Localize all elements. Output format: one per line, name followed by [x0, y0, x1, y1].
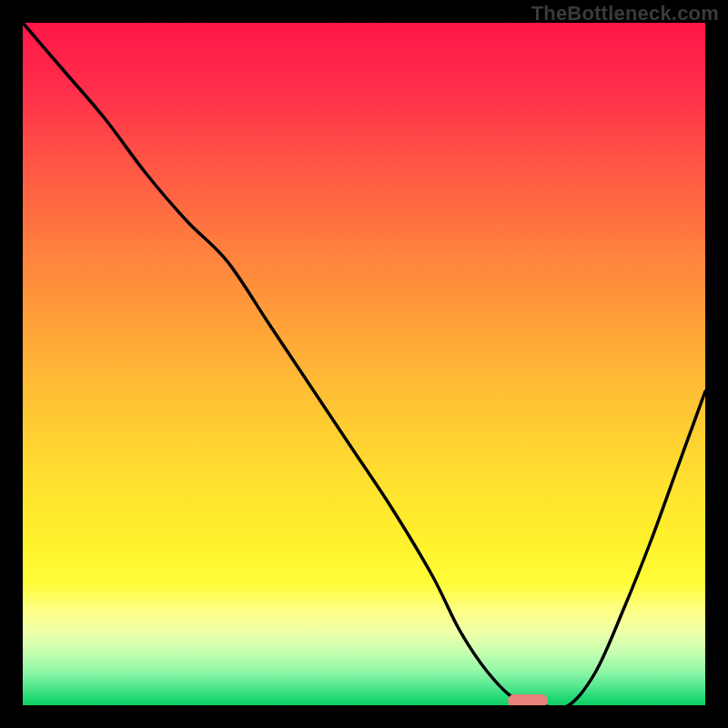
watermark-text: TheBottleneck.com: [531, 2, 719, 25]
optimum-marker: [508, 694, 548, 705]
bottleneck-curve: [23, 23, 705, 705]
plot-area: [23, 23, 705, 705]
chart-frame: TheBottleneck.com: [0, 0, 728, 728]
curve-path: [23, 23, 705, 705]
